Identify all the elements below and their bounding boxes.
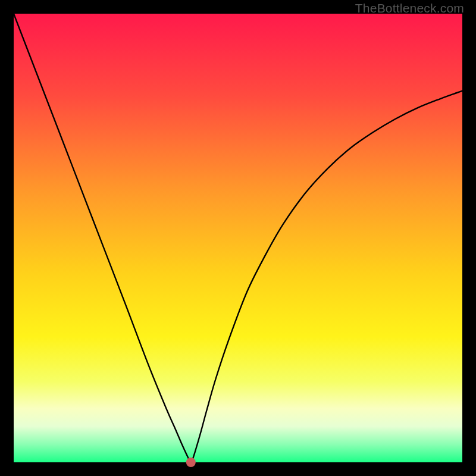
chart-svg bbox=[14, 14, 462, 462]
bottleneck-curve bbox=[14, 14, 462, 462]
chart-plot-area bbox=[14, 14, 462, 462]
watermark-text: TheBottleneck.com bbox=[355, 1, 464, 15]
chart-frame: TheBottleneck.com bbox=[0, 0, 476, 476]
optimum-point-marker bbox=[186, 458, 196, 467]
